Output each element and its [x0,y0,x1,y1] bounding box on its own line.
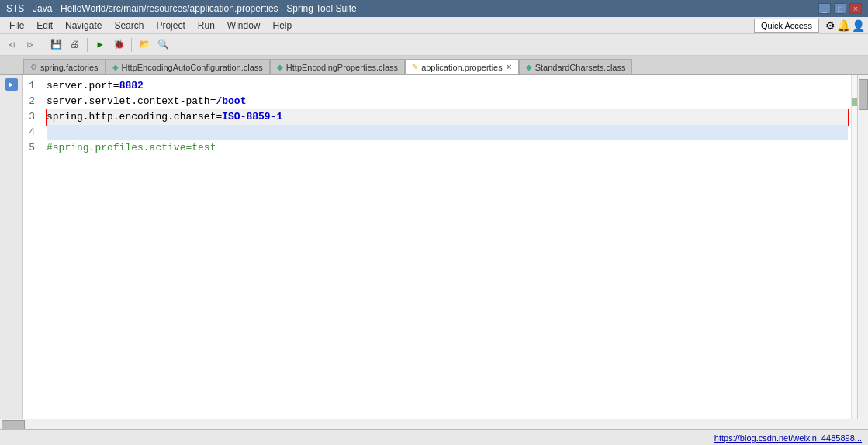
menu-bar: File Edit Navigate Search Project Run Wi… [0,17,868,34]
toolbar-back-btn[interactable]: ◁ [3,36,20,53]
tab-icon-http-encoding-auto: ◆ [112,63,119,71]
gutter-arrow-icon[interactable]: ▶ [5,78,18,91]
line2-key: server.servlet.context-path [47,95,210,107]
menu-project[interactable]: Project [150,19,191,33]
horizontal-scrollbar[interactable] [0,419,868,429]
tab-label-spring-factories: spring.factories [40,63,99,72]
toolbar-sep-2 [87,38,88,52]
title-bar: STS - Java - HelloWorld/src/main/resourc… [0,0,868,17]
tab-label-http-encoding-auto: HttpEncodingAutoConfiguration.class [122,63,263,72]
line1-eq: = [113,80,119,91]
tab-standard-charsets[interactable]: ◆ StandardCharsets.class [519,59,633,74]
toolbar-save-btn[interactable]: 💾 [47,36,64,53]
title-bar-left: STS - Java - HelloWorld/src/main/resourc… [6,3,357,14]
toolbar-fwd-btn[interactable]: ▷ [22,36,39,53]
line3-key: spring.http.encoding.charset [47,111,216,122]
tab-icon-standard-charsets: ◆ [526,63,532,71]
vertical-scrollbar[interactable] [857,75,868,419]
line1-val: 8882 [119,80,144,91]
code-line-2: server.servlet.context-path=/boot [47,94,848,109]
mini-highlight [852,98,857,106]
code-line-5: #spring.profiles.active=test [47,140,848,156]
toolbar-sep-3 [131,38,132,52]
line-num-5: 5 [23,140,38,156]
editor-area[interactable]: 1 2 3 4 5 server.port=8882 server.servle… [23,75,868,419]
tab-http-encoding-auto[interactable]: ◆ HttpEncodingAutoConfiguration.class [105,59,270,74]
tab-spring-factories[interactable]: ⚙ spring.factories [23,59,105,74]
editor-mini-strip [851,75,857,419]
menu-run[interactable]: Run [192,19,221,33]
tab-http-encoding-props[interactable]: ◆ HttpEncodingProperties.class [270,59,405,74]
line-num-4: 4 [23,125,38,140]
tab-label-standard-charsets: StandardCharsets.class [535,63,626,72]
toolbar-icon-1[interactable]: ⚙ [825,19,835,32]
menu-file[interactable]: File [3,19,30,33]
status-url[interactable]: https://blog.csdn.net/weixin_4485898... [714,433,862,443]
line3-val: ISO-8859-1 [222,111,282,122]
menu-edit[interactable]: Edit [30,19,59,33]
minimize-button[interactable]: _ [818,3,831,14]
code-line-3: spring.http.encoding.charset=ISO-8859-1 [47,109,848,125]
line-numbers: 1 2 3 4 5 [23,75,40,419]
tab-icon-application-properties: ✎ [412,63,418,71]
toolbar-open-btn[interactable]: 📂 [136,36,153,53]
menu-navigate[interactable]: Navigate [59,19,108,33]
tab-close-application-properties[interactable]: ✕ [506,63,512,71]
menu-search[interactable]: Search [108,19,150,33]
menu-window[interactable]: Window [221,19,267,33]
tab-label-http-encoding-props: HttpEncodingProperties.class [286,63,398,72]
code-line-1: server.port=8882 [47,78,848,94]
line-num-2: 2 [23,94,38,109]
tab-icon-http-encoding-props: ◆ [277,63,283,71]
close-button[interactable]: × [849,3,862,14]
code-line-4 [47,125,848,140]
bottom-bar [0,419,868,429]
toolbar-icon-3[interactable]: 👤 [852,19,865,32]
line-num-1: 1 [23,78,38,94]
main-area: ▶ 1 2 3 4 5 server.port=8882 server.serv… [0,75,868,419]
line2-val: /boot [216,95,246,107]
toolbar-icon-2[interactable]: 🔔 [837,19,850,32]
toolbar-sep-1 [43,38,43,52]
line-num-3: 3 [23,109,38,125]
scrollbar-thumb[interactable] [859,79,868,110]
status-bar: https://blog.csdn.net/weixin_4485898... [0,429,868,445]
left-gutter: ▶ [0,75,23,419]
code-content[interactable]: server.port=8882 server.servlet.context-… [40,75,851,419]
maximize-button[interactable]: □ [834,3,846,14]
toolbar-debug-btn[interactable]: 🐞 [110,36,127,53]
tab-application-properties[interactable]: ✎ application.properties ✕ [405,59,519,74]
toolbar-print-btn[interactable]: 🖨 [66,36,83,53]
scrollbar-track [858,75,868,419]
tab-bar: ⚙ spring.factories ◆ HttpEncodingAutoCon… [0,56,868,75]
menu-help[interactable]: Help [267,19,299,33]
tab-label-application-properties: application.properties [421,63,503,72]
title-bar-controls: _ □ × [818,3,862,14]
line5-comment: #spring.profiles.active=test [47,142,216,154]
line1-key: server.port [47,80,113,91]
title-bar-text: STS - Java - HelloWorld/src/main/resourc… [6,3,357,14]
quick-access-button[interactable]: Quick Access [754,19,819,33]
toolbar-search-btn[interactable]: 🔍 [154,36,171,53]
toolbar-run-btn[interactable]: ▶ [92,36,109,53]
toolbar: ◁ ▷ 💾 🖨 ▶ 🐞 📂 🔍 [0,34,868,56]
h-scroll-thumb[interactable] [2,420,25,429]
tab-icon-spring-factories: ⚙ [30,63,37,71]
